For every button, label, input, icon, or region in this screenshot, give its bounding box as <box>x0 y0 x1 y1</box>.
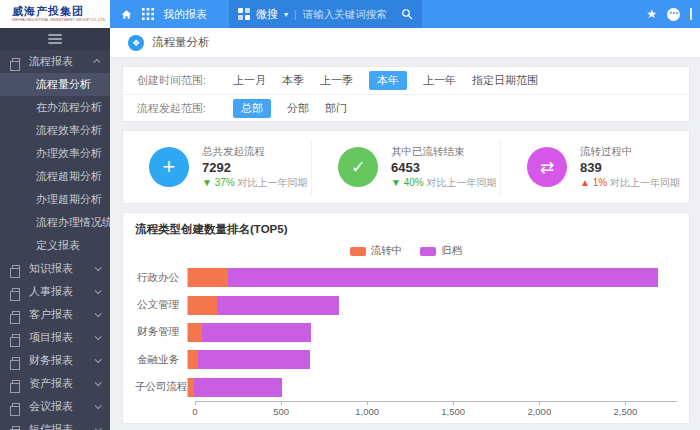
axis-tick-label: 1,500 <box>441 406 465 417</box>
axis-tick-label: 500 <box>273 406 289 417</box>
stat-value: 6453 <box>391 159 496 177</box>
module-grid-icon[interactable] <box>238 8 250 20</box>
sidebar-item-label: 客户报表 <box>29 307 86 322</box>
sidebar-item-label: 在办流程分析 <box>36 100 110 115</box>
sidebar-item-流程超期分析[interactable]: 流程超期分析 <box>0 165 110 188</box>
filter-option[interactable]: 本年 <box>369 71 407 90</box>
filter-option[interactable]: 上一季 <box>320 73 353 88</box>
filter-row-1: 流程发起范围:总部分部部门 <box>123 94 689 121</box>
sidebar-item-流程报表[interactable]: 流程报表 <box>0 50 110 73</box>
legend-item-流转中[interactable]: 流转中 <box>350 244 403 258</box>
sidebar-item-label: 流程报表 <box>29 54 86 69</box>
sidebar-item-label: 短信报表 <box>29 422 86 430</box>
bar-segment-流转中[interactable] <box>188 296 217 315</box>
chevron-down-icon <box>95 379 102 386</box>
report-folder-icon <box>12 426 20 430</box>
axis-tick <box>281 402 282 405</box>
chart-bar-row: 金融业务 <box>135 346 677 373</box>
sidebar-item-办理效率分析[interactable]: 办理效率分析 <box>0 142 110 165</box>
search-input[interactable] <box>303 8 395 20</box>
bar-segment-流转中[interactable] <box>188 268 228 287</box>
sidebar-item-流程量分析[interactable]: 流程量分析 <box>0 73 110 96</box>
sidebar-item-项目报表[interactable]: 项目报表 <box>0 326 110 349</box>
bar-segment-归档[interactable] <box>194 378 282 397</box>
home-icon[interactable] <box>120 8 133 21</box>
sidebar-item-人事报表[interactable]: 人事报表 <box>0 280 110 303</box>
sidebar-item-办理超期分析[interactable]: 办理超期分析 <box>0 188 110 211</box>
bar-segment-归档[interactable] <box>202 323 311 342</box>
filter-options: 上一月本季上一季本年上一年指定日期范围 <box>233 71 538 90</box>
category-label: 金融业务 <box>135 353 187 367</box>
stat-title: 总共发起流程 <box>202 144 307 158</box>
chart-bar-row: 公文管理 <box>135 292 677 319</box>
stat-texts: 其中已流转结束6453▼ 40% 对比上一年同期 <box>391 144 496 189</box>
report-folder-icon <box>12 311 20 319</box>
bar-segment-流转中[interactable] <box>188 323 202 342</box>
filter-option[interactable]: 总部 <box>233 99 271 118</box>
sidebar-collapse-strip[interactable] <box>0 28 110 50</box>
bar-segment-流转中[interactable] <box>188 350 198 369</box>
hamburger-icon[interactable] <box>48 32 62 47</box>
sidebar-item-在办流程分析[interactable]: 在办流程分析 <box>0 96 110 119</box>
search-icon[interactable] <box>401 8 413 20</box>
sidebar-item-客户报表[interactable]: 客户报表 <box>0 303 110 326</box>
chart-title: 流程类型创建数量排名(TOP5) <box>135 222 677 237</box>
logo-text: 威海产投集团 WEIHAI INDUSTRIAL INVESTMENT GROU… <box>12 6 110 22</box>
axis-tick-label: 0 <box>192 406 197 417</box>
legend-swatch <box>420 247 436 256</box>
legend-item-归档[interactable]: 归档 <box>420 244 462 258</box>
axis-tick-label: 2,500 <box>613 406 637 417</box>
delta-arrow-icon: ▼ 40% <box>391 177 424 188</box>
category-label: 子公司流程 <box>135 380 187 394</box>
filter-option[interactable]: 上一月 <box>233 73 266 88</box>
stat-delta: ▼ 37% 对比上一年同期 <box>202 176 307 190</box>
stat-value: 7292 <box>202 159 307 177</box>
sidebar-item-知识报表[interactable]: 知识报表 <box>0 257 110 280</box>
sidebar-item-财务报表[interactable]: 财务报表 <box>0 349 110 372</box>
favorite-star-icon[interactable]: ★ <box>646 7 657 21</box>
chart-plot: 行政办公公文管理财务管理金融业务子公司流程 <box>135 264 677 401</box>
sidebar-item-label: 人事报表 <box>29 284 86 299</box>
chart-bar-row: 财务管理 <box>135 319 677 346</box>
chart-legend: 流转中归档 <box>135 244 677 258</box>
filter-option[interactable]: 指定日期范围 <box>472 73 538 88</box>
chevron-down-icon <box>95 333 102 340</box>
bar-segment-归档[interactable] <box>198 350 311 369</box>
company-logo: 威海产投集团 WEIHAI INDUSTRIAL INVESTMENT GROU… <box>0 0 110 28</box>
legend-label: 流转中 <box>371 244 403 258</box>
search-scope-select[interactable]: 微搜 <box>256 7 278 22</box>
filter-option[interactable]: 上一年 <box>423 73 456 88</box>
sidebar-item-资产报表[interactable]: 资产报表 <box>0 372 110 395</box>
category-label: 行政办公 <box>135 271 187 285</box>
sidebar-item-label: 流程超期分析 <box>36 169 110 184</box>
legend-swatch <box>350 247 366 256</box>
sidebar-item-会议报表[interactable]: 会议报表 <box>0 395 110 418</box>
sidebar-item-label: 流程量分析 <box>36 77 110 92</box>
bar-track <box>187 378 677 397</box>
my-reports-nav[interactable]: 我的报表 <box>163 7 207 22</box>
axis-tick-label: 1,000 <box>355 406 379 417</box>
sidebar-item-label: 知识报表 <box>29 261 86 276</box>
loop-icon: ⇄ <box>527 147 567 187</box>
apps-grid-icon[interactable] <box>142 8 154 20</box>
sidebar-item-定义报表[interactable]: 定义报表 <box>0 234 110 257</box>
sidebar-item-短信报表[interactable]: 短信报表 <box>0 418 110 430</box>
edge-icon <box>690 8 692 20</box>
bar-segment-归档[interactable] <box>228 268 658 287</box>
chevron-down-icon <box>95 425 102 430</box>
chevron-down-icon <box>95 402 102 409</box>
filter-option[interactable]: 分部 <box>287 101 309 116</box>
bar-segment-归档[interactable] <box>217 296 339 315</box>
divider: | <box>294 9 297 20</box>
axis-tick-label: 2,000 <box>527 406 551 417</box>
stat-card: ✓其中已流转结束6453▼ 40% 对比上一年同期 <box>311 139 500 195</box>
sidebar-item-流程办理情况统[interactable]: 流程办理情况统... <box>0 211 110 234</box>
chevron-down-icon[interactable]: ▾ <box>284 10 288 19</box>
legend-label: 归档 <box>441 244 462 258</box>
filter-option[interactable]: 本季 <box>282 73 304 88</box>
sidebar-item-label: 项目报表 <box>29 330 86 345</box>
more-options-icon[interactable]: ⋯ <box>667 8 680 21</box>
axis-tick <box>195 402 196 405</box>
sidebar-item-流程效率分析[interactable]: 流程效率分析 <box>0 119 110 142</box>
filter-option[interactable]: 部门 <box>325 101 347 116</box>
